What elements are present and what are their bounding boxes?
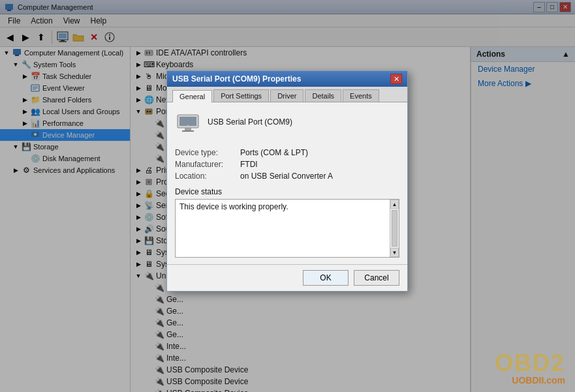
device-status-label: Device status bbox=[175, 187, 399, 196]
svg-rect-26 bbox=[179, 117, 196, 126]
manufacturer-label: Manufacturer: bbox=[175, 160, 240, 169]
tab-events[interactable]: Events bbox=[343, 89, 379, 102]
watermark: OBD2 UOBDII.com bbox=[495, 352, 565, 385]
watermark-url: UOBDII.com bbox=[512, 375, 565, 385]
tab-port-settings[interactable]: Port Settings bbox=[213, 89, 269, 102]
svg-rect-27 bbox=[185, 128, 191, 130]
tab-details[interactable]: Details bbox=[305, 89, 341, 102]
location-row: Location: on USB Serial Converter A bbox=[175, 172, 399, 181]
device-status-text: This device is working properly. bbox=[179, 202, 288, 211]
modal-close-button[interactable]: ✕ bbox=[390, 74, 402, 84]
device-status-box: This device is working properly. ▲ ▼ bbox=[175, 199, 399, 258]
modal-title-bar: USB Serial Port (COM9) Properties ✕ bbox=[167, 71, 407, 87]
modal-overlay: USB Serial Port (COM9) Properties ✕ Gene… bbox=[0, 0, 575, 392]
modal-content: USB Serial Port (COM9) Device type: Port… bbox=[167, 102, 407, 264]
location-value: on USB Serial Converter A bbox=[240, 172, 333, 181]
scroll-thumb[interactable] bbox=[392, 210, 397, 247]
device-type-label: Device type: bbox=[175, 148, 240, 157]
modal-buttons: OK Cancel bbox=[167, 264, 407, 291]
device-status-section: Device status This device is working pro… bbox=[175, 187, 399, 258]
watermark-obd2: OBD2 bbox=[495, 352, 565, 375]
modal-tabs: General Port Settings Driver Details Eve… bbox=[167, 87, 407, 102]
device-icon bbox=[175, 109, 201, 135]
ok-button[interactable]: OK bbox=[303, 270, 349, 286]
modal-title: USB Serial Port (COM9) Properties bbox=[172, 74, 390, 83]
device-header: USB Serial Port (COM9) bbox=[175, 109, 399, 140]
tab-driver[interactable]: Driver bbox=[270, 89, 303, 102]
device-type-value: Ports (COM & LPT) bbox=[240, 148, 308, 157]
svg-rect-28 bbox=[182, 130, 194, 132]
scroll-down[interactable]: ▼ bbox=[390, 248, 399, 257]
status-scrollbar[interactable]: ▲ ▼ bbox=[390, 200, 399, 257]
manufacturer-value: FTDI bbox=[240, 160, 258, 169]
location-label: Location: bbox=[175, 172, 240, 181]
device-type-row: Device type: Ports (COM & LPT) bbox=[175, 148, 399, 157]
svg-point-29 bbox=[187, 125, 189, 127]
properties-dialog: USB Serial Port (COM9) Properties ✕ Gene… bbox=[166, 70, 408, 292]
scroll-up[interactable]: ▲ bbox=[390, 200, 399, 209]
device-name-label: USB Serial Port (COM9) bbox=[208, 117, 292, 127]
manufacturer-row: Manufacturer: FTDI bbox=[175, 160, 399, 169]
cancel-button[interactable]: Cancel bbox=[354, 270, 399, 286]
tab-general[interactable]: General bbox=[172, 90, 212, 102]
